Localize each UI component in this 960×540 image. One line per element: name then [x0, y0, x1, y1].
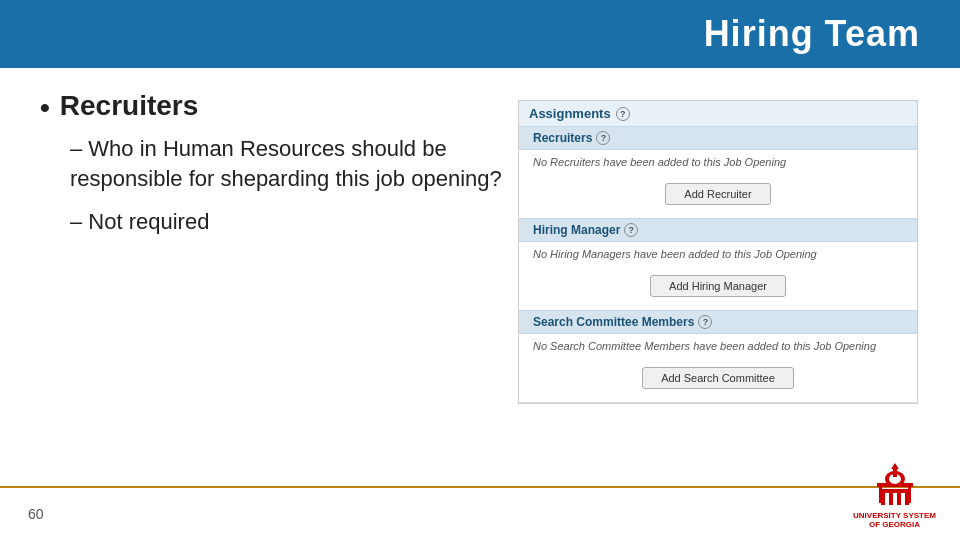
left-content-area: • Recruiters – Who in Human Resources sh… — [40, 90, 510, 251]
add-recruiter-row: Add Recruiter — [519, 174, 917, 218]
bullet-icon: • — [40, 92, 50, 124]
recruiters-no-items: No Recruiters have been added to this Jo… — [519, 150, 917, 174]
svg-rect-4 — [879, 485, 882, 503]
hiring-manager-no-items: No Hiring Managers have been added to th… — [519, 242, 917, 266]
logo-text: UNIVERSITY SYSTEMOF GEORGIA — [853, 511, 936, 530]
add-hiring-manager-row: Add Hiring Manager — [519, 266, 917, 310]
recruiters-subsection-label: Recruiters — [533, 131, 592, 145]
hiring-manager-help-icon[interactable]: ? — [624, 223, 638, 237]
add-recruiter-button[interactable]: Add Recruiter — [665, 183, 770, 205]
search-committee-subsection-label: Search Committee Members — [533, 315, 694, 329]
university-logo: UNIVERSITY SYSTEMOF GEORGIA — [853, 461, 936, 530]
page-number: 60 — [28, 506, 44, 522]
search-committee-help-icon[interactable]: ? — [698, 315, 712, 329]
add-search-committee-row: Add Search Committee — [519, 358, 917, 402]
sub-items-list: – Who in Human Resources should be respo… — [70, 134, 510, 237]
search-committee-subsection-header: Search Committee Members ? — [519, 310, 917, 334]
add-search-committee-button[interactable]: Add Search Committee — [642, 367, 794, 389]
svg-rect-3 — [901, 493, 905, 505]
assignments-help-icon[interactable]: ? — [616, 107, 630, 121]
svg-rect-5 — [908, 485, 911, 503]
recruiters-subsection-header: Recruiters ? — [519, 126, 917, 150]
sub-item-1: – Who in Human Resources should be respo… — [70, 134, 510, 193]
hiring-manager-subsection-label: Hiring Manager — [533, 223, 620, 237]
svg-marker-10 — [891, 463, 899, 469]
assignments-header: Assignments ? — [519, 101, 917, 126]
university-logo-icon — [871, 461, 919, 509]
header-bar: Hiring Team — [0, 0, 960, 68]
assignments-section: Assignments ? Recruiters ? No Recruiters… — [519, 101, 917, 403]
sub-item-2: – Not required — [70, 207, 510, 237]
recruiters-label: Recruiters — [60, 90, 199, 122]
hiring-manager-subsection-header: Hiring Manager ? — [519, 218, 917, 242]
svg-rect-1 — [885, 493, 889, 505]
search-committee-no-items: No Search Committee Members have been ad… — [519, 334, 917, 358]
svg-rect-2 — [893, 493, 897, 505]
page-title: Hiring Team — [704, 13, 920, 55]
recruiters-bullet: • Recruiters — [40, 90, 510, 124]
assignments-label: Assignments — [529, 106, 611, 121]
recruiters-help-icon[interactable]: ? — [596, 131, 610, 145]
bottom-divider — [0, 486, 960, 488]
add-hiring-manager-button[interactable]: Add Hiring Manager — [650, 275, 786, 297]
assignments-panel: Assignments ? Recruiters ? No Recruiters… — [518, 100, 918, 404]
